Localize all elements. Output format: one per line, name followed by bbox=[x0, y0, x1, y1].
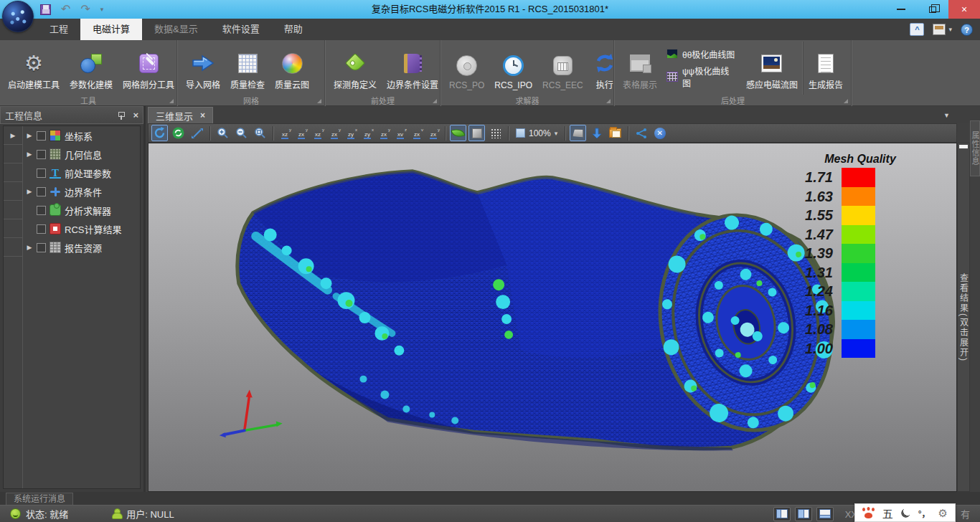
ime-paw-icon[interactable] bbox=[862, 508, 875, 518]
view-orientation-button[interactable]: yxz bbox=[311, 125, 325, 141]
ribbon-button-induced-em-current-map[interactable]: 感应电磁流图 bbox=[741, 42, 803, 95]
window-style-icon[interactable] bbox=[933, 24, 946, 35]
ribbon-button-parametric-modeling[interactable]: 参数化建模 bbox=[65, 42, 118, 95]
tree-item-preprocess-params[interactable]: T 前处理参数 bbox=[23, 163, 140, 182]
tree-item-report-resources[interactable]: ▶ 报告资源 bbox=[23, 238, 140, 257]
close-button[interactable]: × bbox=[948, 0, 980, 19]
menu-tab-project[interactable]: 工程 bbox=[37, 19, 80, 40]
expand-arrow-icon[interactable]: ▶ bbox=[26, 132, 33, 139]
menu-tab-data-display[interactable]: 数据&显示 bbox=[142, 19, 210, 40]
viewport-3d[interactable]: Mesh Quality 1.71 1.63 1.55 1.47 1.39 1.… bbox=[148, 143, 957, 492]
ribbon-button-quality-cloud-map[interactable]: 质量云图 bbox=[270, 42, 314, 95]
rotate-tool-button[interactable] bbox=[151, 125, 168, 141]
ribbon-button-theta-polarization-curve[interactable]: θθ极化曲线图 bbox=[666, 48, 737, 60]
tab-close-icon[interactable]: × bbox=[200, 110, 205, 120]
ribbon-button-probe-angle-define[interactable]: 探测角定义 bbox=[329, 42, 382, 95]
group-expand-icon[interactable] bbox=[317, 99, 321, 103]
view-orientation-button[interactable]: yzx bbox=[327, 125, 341, 141]
fit-extend-button[interactable] bbox=[189, 125, 205, 141]
tab-list-dropdown-icon[interactable]: ▼ bbox=[943, 112, 950, 119]
sync-view-button[interactable] bbox=[170, 125, 187, 141]
results-collapsed-strip[interactable]: 查看结果(双击展开) bbox=[957, 143, 970, 492]
ribbon-button-rcs-eec[interactable]: RCS_EEC bbox=[537, 42, 588, 95]
gutter-cell[interactable] bbox=[4, 182, 22, 201]
app-logo-icon[interactable] bbox=[2, 1, 34, 32]
restore-button[interactable] bbox=[917, 0, 948, 19]
ribbon-button-start-modeling-tool[interactable]: ⚙ 启动建模工具 bbox=[3, 42, 65, 95]
gutter-cell[interactable] bbox=[4, 238, 22, 257]
view-orientation-button[interactable]: xzy bbox=[360, 125, 374, 141]
view-orientation-button[interactable]: yzx bbox=[377, 125, 391, 141]
ribbon-button-rcs-po[interactable]: RCS_PO bbox=[444, 42, 489, 95]
close-view-button[interactable]: ✕ bbox=[651, 125, 668, 141]
surface-render-button[interactable] bbox=[468, 125, 485, 141]
tree-item-rcs-results[interactable]: RCS计算结果 bbox=[23, 219, 140, 238]
checkbox[interactable] bbox=[37, 131, 46, 141]
checkbox[interactable] bbox=[37, 206, 46, 215]
shaded-render-button[interactable] bbox=[450, 125, 466, 141]
zoom-in-button[interactable] bbox=[215, 125, 231, 141]
tree-item-analysis-solver[interactable]: 分析求解器 bbox=[23, 201, 140, 219]
ime-mode-label[interactable]: 五 bbox=[882, 506, 893, 521]
gutter-cell[interactable] bbox=[4, 201, 22, 219]
minimize-button[interactable] bbox=[885, 0, 917, 19]
layout-bottom-panel-button[interactable] bbox=[816, 507, 834, 521]
layout-wide-panel-button[interactable] bbox=[795, 507, 812, 521]
gutter-cell[interactable] bbox=[4, 219, 22, 238]
ime-settings-gear-icon[interactable]: ⚙ bbox=[938, 508, 948, 518]
expand-arrow-icon[interactable]: ▶ bbox=[26, 188, 33, 195]
ime-moon-icon[interactable] bbox=[901, 508, 910, 518]
ribbon-button-generate-report[interactable]: 生成报告 bbox=[803, 42, 848, 95]
checkbox[interactable] bbox=[37, 169, 46, 178]
checkbox[interactable] bbox=[37, 243, 46, 252]
zoom-window-button[interactable] bbox=[252, 125, 268, 141]
layout-left-panel-button[interactable] bbox=[773, 507, 791, 521]
wireframe-render-button[interactable] bbox=[487, 125, 504, 141]
view-orientation-button[interactable]: vzx bbox=[410, 125, 424, 141]
properties-panel-tab[interactable]: 属性信息 bbox=[970, 120, 980, 176]
menu-tab-help[interactable]: 帮助 bbox=[272, 19, 315, 40]
zoom-dropdown-icon[interactable]: ▾ bbox=[555, 130, 558, 137]
ribbon-button-table-display[interactable]: 表格展示 bbox=[618, 42, 662, 95]
ribbon-button-import-mesh[interactable]: 导入网格 bbox=[181, 42, 225, 95]
ribbon-button-quality-check[interactable]: 质量检查 bbox=[225, 42, 270, 95]
checkbox[interactable] bbox=[37, 224, 46, 234]
perspective-button[interactable] bbox=[570, 125, 586, 141]
checkbox[interactable] bbox=[37, 187, 46, 196]
collapse-ribbon-icon[interactable]: ^ bbox=[910, 23, 924, 36]
ribbon-button-rcs-ipo[interactable]: RCS_IPO bbox=[489, 42, 537, 95]
gutter-cell[interactable] bbox=[4, 163, 22, 182]
drop-view-button[interactable] bbox=[588, 125, 605, 141]
expand-arrow-icon[interactable]: ▶ bbox=[26, 244, 33, 251]
view-orientation-button[interactable]: yxz bbox=[278, 125, 292, 141]
ribbon-button-boundary-condition-settings[interactable]: 边界条件设置 bbox=[382, 42, 443, 95]
tree-item-coordinate-system[interactable]: ▶ 坐标系 bbox=[23, 126, 140, 145]
group-expand-icon[interactable] bbox=[606, 99, 611, 103]
zoom-level-select[interactable]: 100% ▾ bbox=[513, 128, 560, 138]
system-message-tab[interactable]: 系统运行消息 bbox=[6, 493, 73, 505]
group-expand-icon[interactable] bbox=[169, 99, 174, 103]
ribbon-button-mesh-partition-tool[interactable]: 网格剖分工具 bbox=[118, 42, 179, 95]
panel-close-icon[interactable]: × bbox=[133, 110, 138, 120]
zoom-out-button[interactable] bbox=[233, 125, 250, 141]
window-style-dropdown-icon[interactable]: ▾ bbox=[948, 26, 952, 33]
group-expand-icon[interactable] bbox=[844, 99, 848, 103]
tree-item-geometry-info[interactable]: ▶ 几何信息 bbox=[23, 145, 140, 163]
pin-icon[interactable] bbox=[117, 111, 126, 120]
view-orientation-button[interactable]: yzx bbox=[426, 125, 440, 141]
view-orientation-button[interactable]: yzx bbox=[294, 125, 308, 141]
tab-3d-display[interactable]: 三维显示 × bbox=[148, 107, 213, 123]
capture-button[interactable] bbox=[607, 125, 623, 141]
expand-arrow-icon[interactable]: ▶ bbox=[26, 151, 33, 158]
share-button[interactable] bbox=[633, 125, 649, 141]
menu-tab-software-settings[interactable]: 软件设置 bbox=[210, 19, 272, 40]
checkbox[interactable] bbox=[37, 150, 46, 159]
view-orientation-button[interactable]: zxv bbox=[393, 125, 407, 141]
gutter-cell[interactable]: ▶ bbox=[4, 126, 22, 145]
view-orientation-button[interactable]: xzy bbox=[344, 125, 358, 141]
tree-item-boundary-conditions[interactable]: ▶ 边界条件 bbox=[23, 182, 140, 201]
gutter-cell[interactable] bbox=[4, 145, 22, 163]
help-icon[interactable]: ? bbox=[961, 24, 973, 36]
menu-tab-em-computation[interactable]: 电磁计算 bbox=[80, 19, 142, 40]
group-expand-icon[interactable] bbox=[433, 99, 437, 103]
